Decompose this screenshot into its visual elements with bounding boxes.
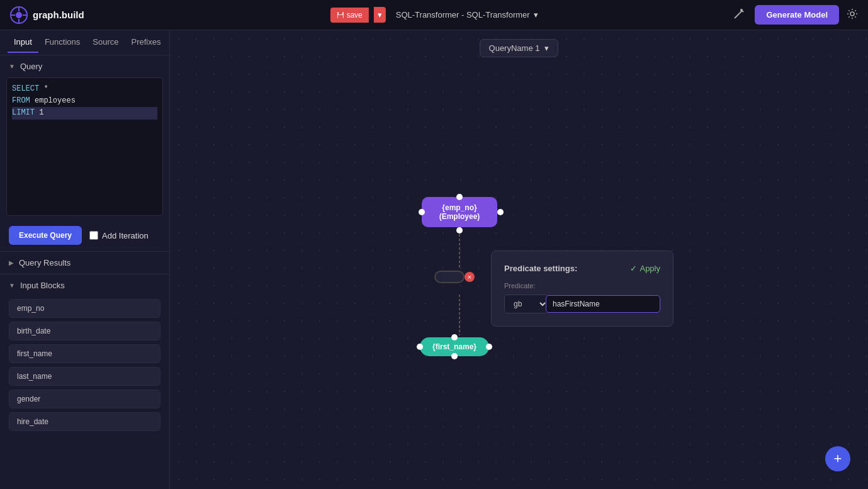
query-chevron-icon: ▼	[9, 63, 15, 70]
block-item-birth-date[interactable]: birth_date	[9, 322, 161, 340]
predicate-value-input[interactable]	[546, 295, 660, 313]
add-iteration-text: Add Iteration	[102, 231, 149, 240]
left-panel: Input Functions Source Prefixes ▼ Query …	[0, 30, 170, 489]
nav-right: Generate Model	[731, 5, 858, 25]
apply-label: Apply	[640, 264, 660, 273]
svg-rect-8	[337, 15, 342, 18]
results-chevron-icon: ▶	[9, 259, 14, 266]
settings-button[interactable]	[847, 8, 858, 22]
block-item-last-name[interactable]: last_name	[9, 367, 161, 386]
main-area: Input Functions Source Prefixes ▼ Query …	[0, 30, 868, 489]
predicate-namespace-select[interactable]: gb	[504, 295, 548, 313]
execute-row: Execute Query Add Iteration	[0, 220, 169, 251]
node-purple-line2: (Employee)	[434, 212, 485, 221]
fab-button[interactable]: +	[825, 446, 850, 471]
pipeline-label[interactable]: SQL-Transformer - SQL-Transformer ▾	[396, 10, 538, 20]
query-dropdown-chevron-icon: ▾	[544, 43, 549, 53]
node-purple-left-dot	[419, 209, 425, 215]
logo-text: graph.build	[33, 9, 84, 20]
block-item-gender[interactable]: gender	[9, 390, 161, 408]
tabs-bar: Input Functions Source Prefixes	[0, 30, 169, 55]
oval-red-dot[interactable]: ×	[465, 272, 475, 282]
query-editor[interactable]: SELECT * FROM employees LIMIT 1	[6, 77, 163, 216]
gear-icon	[847, 8, 858, 20]
svg-rect-7	[338, 12, 342, 14]
left-scroll: ▼ Query SELECT * FROM employees LIMIT 1 …	[0, 55, 169, 489]
block-item-hire-date[interactable]: hire_date	[9, 412, 161, 431]
predicate-title: Predicate settings: ✓ Apply	[504, 264, 660, 273]
input-blocks-header[interactable]: ▼ Input Blocks	[0, 274, 169, 296]
pipeline-name-text: SQL-Transformer - SQL-Transformer	[396, 10, 530, 20]
node-teal-right-dot	[486, 344, 492, 350]
save-button[interactable]: save	[330, 8, 368, 23]
predicate-label: Predicate:	[504, 282, 660, 289]
tab-source[interactable]: Source	[86, 32, 125, 53]
apply-checkmark-icon: ✓	[630, 264, 637, 273]
query-results-label: Query Results	[19, 258, 70, 267]
node-purple-bottom-dot	[456, 227, 463, 233]
query-section-label: Query	[20, 62, 42, 71]
node-purple-right-dot	[497, 209, 504, 215]
node-purple[interactable]: {emp_no} (Employee)	[422, 197, 497, 227]
predicate-row: gb	[504, 295, 660, 313]
save-label: save	[346, 11, 362, 20]
node-teal-left-dot	[417, 344, 423, 350]
add-iteration-checkbox[interactable]	[89, 231, 98, 240]
svg-point-12	[740, 9, 743, 11]
save-icon	[336, 11, 344, 19]
node-teal-label: {first_name}	[432, 342, 476, 351]
execute-query-button[interactable]: Execute Query	[9, 226, 82, 245]
predicate-popup: Predicate settings: ✓ Apply Predicate: g…	[491, 250, 674, 327]
generate-model-button[interactable]: Generate Model	[755, 5, 839, 25]
query-results-header[interactable]: ▶ Query Results	[0, 251, 169, 274]
logo-area[interactable]: graph.build	[10, 6, 84, 24]
tab-prefixes[interactable]: Prefixes	[125, 32, 167, 53]
svg-line-9	[735, 13, 740, 18]
logo-icon	[10, 6, 28, 24]
node-purple-line1: {emp_no}	[434, 203, 485, 212]
node-teal-bottom-dot	[451, 353, 458, 359]
query-dropdown[interactable]: QueryName 1 ▾	[480, 39, 559, 57]
block-item-emp-no[interactable]: emp_no	[9, 299, 161, 318]
canvas-area[interactable]: QueryName 1 ▾ {emp_no} (Employee)	[170, 30, 868, 489]
query-line-3: LIMIT 1	[12, 107, 157, 119]
apply-button[interactable]: ✓ Apply	[630, 264, 660, 273]
query-section-header[interactable]: ▼ Query	[0, 55, 169, 77]
wand-icon	[733, 8, 745, 20]
save-dropdown-button[interactable]: ▾	[374, 7, 386, 23]
query-line-2: FROM employees	[12, 95, 157, 107]
tab-input[interactable]: Input	[8, 32, 38, 53]
tab-functions[interactable]: Functions	[38, 32, 86, 53]
query-line-1: SELECT *	[12, 83, 157, 95]
node-teal-top-dot	[451, 334, 458, 340]
nav-wand-button[interactable]	[731, 6, 747, 25]
input-blocks-label: Input Blocks	[20, 281, 65, 290]
svg-point-13	[850, 12, 854, 16]
node-teal[interactable]: {first_name}	[420, 337, 489, 356]
input-blocks-chevron-icon: ▼	[9, 282, 15, 289]
node-purple-top-dot	[456, 194, 463, 200]
nav-center: save ▾ SQL-Transformer - SQL-Transformer…	[330, 7, 538, 23]
input-blocks-list: emp_no birth_date first_name last_name g…	[0, 296, 169, 437]
block-item-first-name[interactable]: first_name	[9, 344, 161, 363]
pipeline-chevron-icon: ▾	[534, 10, 538, 20]
svg-point-1	[16, 12, 22, 18]
query-dropdown-label: QueryName 1	[489, 43, 540, 53]
predicate-title-text: Predicate settings:	[504, 264, 577, 273]
node-oval[interactable]: ×	[434, 271, 465, 283]
top-nav: graph.build save ▾ SQL-Transformer - SQL…	[0, 0, 868, 30]
add-iteration-label[interactable]: Add Iteration	[89, 231, 149, 240]
